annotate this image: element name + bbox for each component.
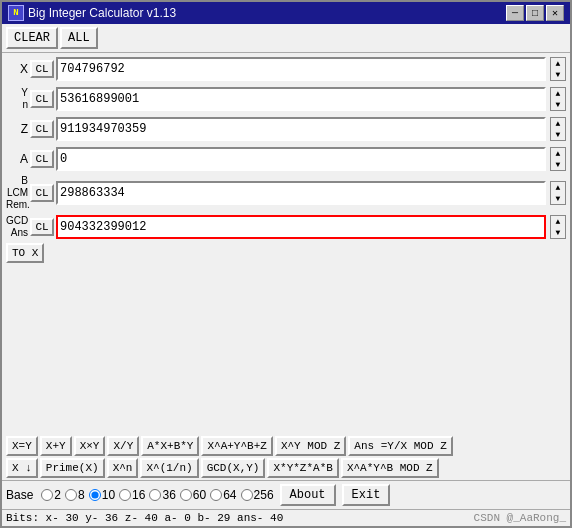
z-label: Z	[6, 122, 30, 136]
xyzab-button[interactable]: X*Y*Z*A*B	[267, 458, 338, 478]
minimize-button[interactable]: ─	[506, 5, 524, 21]
to-x-button[interactable]: TO X	[6, 243, 44, 263]
a-scrollbar[interactable]: ▲ ▼	[550, 147, 566, 171]
ans-input[interactable]	[56, 215, 546, 239]
button-row-2: X ↓ Prime(X) X^n X^(1/n) GCD(X,Y) X*Y*Z*…	[6, 458, 566, 478]
all-button[interactable]: ALL	[60, 27, 98, 49]
z-clear-button[interactable]: CL	[30, 120, 54, 138]
x-plus-y-button[interactable]: X+Y	[40, 436, 72, 456]
base-256-radio[interactable]	[241, 489, 253, 501]
b-scrollbar[interactable]: ▲ ▼	[550, 181, 566, 205]
z-row: Z CL ▲ ▼	[6, 115, 566, 143]
x-scrollbar[interactable]: ▲ ▼	[550, 57, 566, 81]
clear-button[interactable]: CLEAR	[6, 27, 58, 49]
base-2-label: 2	[41, 488, 61, 502]
yn-scroll-down[interactable]: ▼	[551, 99, 565, 110]
x-clear-button[interactable]: CL	[30, 60, 54, 78]
a-scroll-down[interactable]: ▼	[551, 159, 565, 170]
x-div-y-button[interactable]: X/Y	[107, 436, 139, 456]
gcd-xy-button[interactable]: GCD(X,Y)	[201, 458, 266, 478]
x-1n-button[interactable]: X^(1/n)	[140, 458, 198, 478]
x-label: X	[6, 62, 30, 76]
b-label: B LCM Rem.	[6, 175, 30, 211]
x-row: X CL ▲ ▼	[6, 55, 566, 83]
xy-mod-z-button[interactable]: X^Y MOD Z	[275, 436, 346, 456]
x-scroll-up[interactable]: ▲	[551, 58, 565, 69]
axby-button[interactable]: A*X+B*Y	[141, 436, 199, 456]
yn-row: Y n CL ▲ ▼	[6, 85, 566, 113]
x-scroll-down[interactable]: ▼	[551, 69, 565, 80]
ans-label: GCD Ans	[6, 215, 30, 239]
prime-x-button[interactable]: Prime(X)	[40, 458, 105, 478]
z-scroll-down[interactable]: ▼	[551, 129, 565, 140]
z-input[interactable]	[56, 117, 546, 141]
ans-scroll-up[interactable]: ▲	[551, 216, 565, 227]
exit-button[interactable]: Exit	[342, 484, 391, 506]
base-2-radio[interactable]	[41, 489, 53, 501]
base-64-label: 64	[210, 488, 236, 502]
xayb-mod-z-button[interactable]: X^A*Y^B MOD Z	[341, 458, 439, 478]
about-button[interactable]: About	[280, 484, 336, 506]
base-36-label: 36	[149, 488, 175, 502]
x-down-button[interactable]: X ↓	[6, 458, 38, 478]
a-input[interactable]	[56, 147, 546, 171]
b-row: B LCM Rem. CL ▲ ▼	[6, 175, 566, 211]
z-scroll-up[interactable]: ▲	[551, 118, 565, 129]
a-row: A CL ▲ ▼	[6, 145, 566, 173]
watermark: CSDN @_AaRong_	[474, 512, 566, 524]
b-scroll-up[interactable]: ▲	[551, 182, 565, 193]
ans-scroll-down[interactable]: ▼	[551, 227, 565, 238]
variables-section: X CL ▲ ▼ Y n CL ▲ ▼ Z CL	[2, 53, 570, 434]
status-text: Bits: x- 30 y- 36 z- 40 a- 0 b- 29 ans- …	[6, 512, 283, 524]
yn-input[interactable]	[56, 87, 546, 111]
ans-clear-button[interactable]: CL	[30, 218, 54, 236]
z-scrollbar[interactable]: ▲ ▼	[550, 117, 566, 141]
button-row-1: X=Y X+Y X×Y X/Y A*X+B*Y X^A+Y^B+Z X^Y MO…	[6, 436, 566, 456]
base-60-radio[interactable]	[180, 489, 192, 501]
yn-label: Y n	[6, 87, 30, 111]
b-input[interactable]	[56, 181, 546, 205]
base-8-radio[interactable]	[65, 489, 77, 501]
x-eq-y-button[interactable]: X=Y	[6, 436, 38, 456]
base-36-radio[interactable]	[149, 489, 161, 501]
ans-yx-mod-z-button[interactable]: Ans =Y/X MOD Z	[348, 436, 452, 456]
status-bar: Bits: x- 30 y- 36 z- 40 a- 0 b- 29 ans- …	[2, 509, 570, 526]
base-label: Base	[6, 488, 33, 502]
title-bar: N Big Integer Calculator v1.13 ─ □ ✕	[2, 2, 570, 24]
base-60-label: 60	[180, 488, 206, 502]
ans-row: GCD Ans CL ▲ ▼	[6, 213, 566, 241]
yn-scroll-up[interactable]: ▲	[551, 88, 565, 99]
b-clear-button[interactable]: CL	[30, 184, 54, 202]
yn-scrollbar[interactable]: ▲ ▼	[550, 87, 566, 111]
base-section: Base 2 8 10 16 36 60 64 256 About Exit	[2, 480, 570, 509]
close-button[interactable]: ✕	[546, 5, 564, 21]
window-title: Big Integer Calculator v1.13	[28, 6, 176, 20]
base-16-radio[interactable]	[119, 489, 131, 501]
base-8-label: 8	[65, 488, 85, 502]
base-64-radio[interactable]	[210, 489, 222, 501]
ans-scrollbar[interactable]: ▲ ▼	[550, 215, 566, 239]
a-scroll-up[interactable]: ▲	[551, 148, 565, 159]
x-times-y-button[interactable]: X×Y	[74, 436, 106, 456]
xaybz-button[interactable]: X^A+Y^B+Z	[201, 436, 272, 456]
x-n-button[interactable]: X^n	[107, 458, 139, 478]
button-section: X=Y X+Y X×Y X/Y A*X+B*Y X^A+Y^B+Z X^Y MO…	[2, 434, 570, 480]
a-label: A	[6, 152, 30, 166]
base-10-label: 10	[89, 488, 115, 502]
a-clear-button[interactable]: CL	[30, 150, 54, 168]
app-icon: N	[8, 5, 24, 21]
x-input[interactable]	[56, 57, 546, 81]
yn-clear-button[interactable]: CL	[30, 90, 54, 108]
maximize-button[interactable]: □	[526, 5, 544, 21]
main-window: N Big Integer Calculator v1.13 ─ □ ✕ CLE…	[0, 0, 572, 528]
base-256-label: 256	[241, 488, 274, 502]
b-scroll-down[interactable]: ▼	[551, 193, 565, 204]
base-10-radio[interactable]	[89, 489, 101, 501]
base-16-label: 16	[119, 488, 145, 502]
toolbar: CLEAR ALL	[2, 24, 570, 53]
